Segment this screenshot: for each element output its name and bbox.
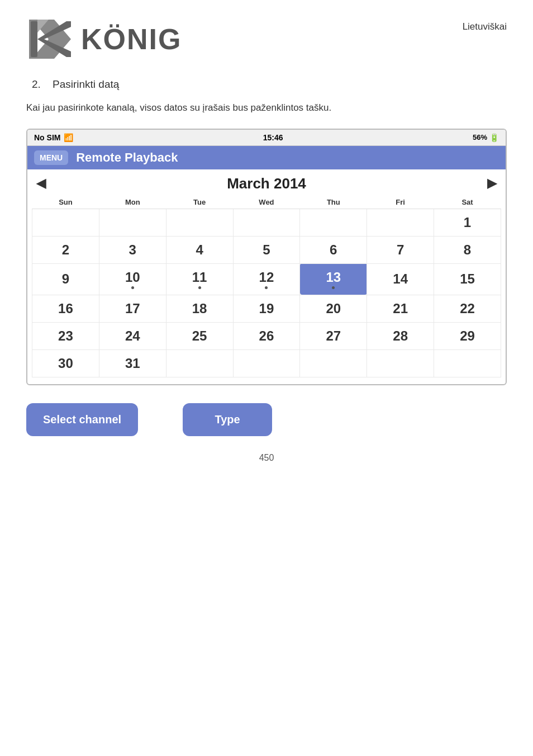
calendar-week-row: 3031	[32, 349, 501, 377]
calendar-week-row: 9101112131415	[32, 263, 501, 295]
header: KÖNIG Lietuviškai	[26, 17, 507, 62]
calendar-day-cell	[434, 349, 501, 377]
calendar-day-cell[interactable]: 19	[233, 295, 300, 322]
nav-bar: MENU Remote Playback	[27, 146, 506, 169]
calendar-day-cell	[300, 209, 367, 236]
day-recording-dot	[236, 286, 298, 289]
calendar-day-cell	[300, 349, 367, 377]
status-time: 15:46	[263, 133, 283, 142]
weekday-sun: Sun	[32, 196, 99, 209]
calendar-day-cell[interactable]: 23	[32, 322, 99, 349]
language-label: Lietuviškai	[463, 17, 507, 32]
calendar-day-cell[interactable]: 10	[99, 263, 166, 295]
description-text: Kai jau pasirinkote kanalą, visos datos …	[26, 101, 507, 115]
calendar-day-cell[interactable]: 21	[367, 295, 434, 322]
calendar-day-cell	[233, 209, 300, 236]
calendar-day-cell[interactable]: 13	[300, 263, 367, 295]
menu-button[interactable]: MENU	[34, 150, 68, 165]
section-heading: 2. Pasirinkti datą	[26, 78, 507, 91]
battery-percent: 56%	[473, 133, 487, 141]
type-button[interactable]: Type	[183, 403, 272, 436]
calendar-day-cell[interactable]: 16	[32, 295, 99, 322]
calendar-day-cell[interactable]: 3	[99, 236, 166, 263]
calendar-day-cell[interactable]: 6	[300, 236, 367, 263]
calendar-day-cell	[367, 209, 434, 236]
calendar-day-cell[interactable]: 24	[99, 322, 166, 349]
calendar-day-cell[interactable]: 31	[99, 349, 166, 377]
phone-mockup: No SIM 📶 15:46 56% 🔋 MENU Remote Playbac…	[26, 129, 507, 385]
calendar-day-cell	[166, 349, 233, 377]
calendar-month-title: March 2014	[227, 175, 306, 192]
weekday-tue: Tue	[166, 196, 233, 209]
calendar-grid: Sun Mon Tue Wed Thu Fri Sat 123456789101…	[32, 196, 501, 377]
svg-rect-4	[31, 21, 37, 57]
calendar-day-cell	[233, 349, 300, 377]
day-recording-dot	[102, 286, 164, 289]
calendar-week-row: 23242526272829	[32, 322, 501, 349]
calendar-day-cell[interactable]: 9	[32, 263, 99, 295]
calendar-day-cell[interactable]: 4	[166, 236, 233, 263]
battery-icon: 🔋	[489, 133, 499, 142]
calendar-day-cell[interactable]: 26	[233, 322, 300, 349]
calendar-day-cell[interactable]: 1	[434, 209, 501, 236]
calendar-prev-button[interactable]: ◀	[32, 176, 50, 191]
calendar-container: ◀ March 2014 ▶ Sun Mon Tue Wed Thu Fri S…	[27, 169, 506, 384]
calendar-header: ◀ March 2014 ▶	[32, 175, 501, 192]
weekday-wed: Wed	[233, 196, 300, 209]
calendar-day-cell[interactable]: 27	[300, 322, 367, 349]
calendar-day-cell	[32, 209, 99, 236]
wifi-icon: 📶	[64, 133, 73, 142]
bottom-buttons: Select channel Type	[26, 403, 507, 436]
calendar-day-cell[interactable]: 18	[166, 295, 233, 322]
calendar-day-cell[interactable]: 30	[32, 349, 99, 377]
logo-container: KÖNIG	[26, 17, 182, 62]
calendar-day-cell[interactable]: 12	[233, 263, 300, 295]
calendar-day-cell[interactable]: 17	[99, 295, 166, 322]
section-number: 2.	[32, 78, 41, 90]
calendar-day-cell	[367, 349, 434, 377]
calendar-week-row: 1	[32, 209, 501, 236]
calendar-day-cell[interactable]: 2	[32, 236, 99, 263]
calendar-day-cell[interactable]: 28	[367, 322, 434, 349]
day-recording-dot	[169, 286, 231, 289]
calendar-week-row: 16171819202122	[32, 295, 501, 322]
calendar-day-cell[interactable]: 14	[367, 263, 434, 295]
select-channel-button[interactable]: Select channel	[26, 403, 138, 436]
calendar-day-cell[interactable]: 15	[434, 263, 501, 295]
weekdays-row: Sun Mon Tue Wed Thu Fri Sat	[32, 196, 501, 209]
calendar-day-cell	[166, 209, 233, 236]
calendar-day-cell[interactable]: 7	[367, 236, 434, 263]
weekday-fri: Fri	[367, 196, 434, 209]
weekday-thu: Thu	[300, 196, 367, 209]
calendar-day-cell	[99, 209, 166, 236]
calendar-day-cell[interactable]: 11	[166, 263, 233, 295]
calendar-day-cell[interactable]: 29	[434, 322, 501, 349]
calendar-day-cell[interactable]: 25	[166, 322, 233, 349]
calendar-day-cell[interactable]: 20	[300, 295, 367, 322]
day-recording-dot	[302, 286, 364, 289]
weekday-mon: Mon	[99, 196, 166, 209]
nav-title: Remote Playback	[76, 150, 178, 165]
konig-logo-text: KÖNIG	[81, 22, 182, 56]
page: KÖNIG Lietuviškai 2. Pasirinkti datą Kai…	[26, 0, 507, 463]
calendar-day-cell[interactable]: 8	[434, 236, 501, 263]
status-right: 56% 🔋	[473, 133, 499, 142]
status-bar: No SIM 📶 15:46 56% 🔋	[27, 130, 506, 146]
calendar-day-cell[interactable]: 22	[434, 295, 501, 322]
calendar-day-cell[interactable]: 5	[233, 236, 300, 263]
weekday-sat: Sat	[434, 196, 501, 209]
konig-logo-icon	[26, 17, 77, 62]
page-number: 450	[26, 453, 507, 463]
calendar-next-button[interactable]: ▶	[483, 176, 501, 191]
no-sim-text: No SIM	[34, 133, 60, 142]
section-title: Pasirinkti datą	[53, 78, 119, 90]
calendar-week-row: 2345678	[32, 236, 501, 263]
status-left: No SIM 📶	[34, 133, 73, 142]
